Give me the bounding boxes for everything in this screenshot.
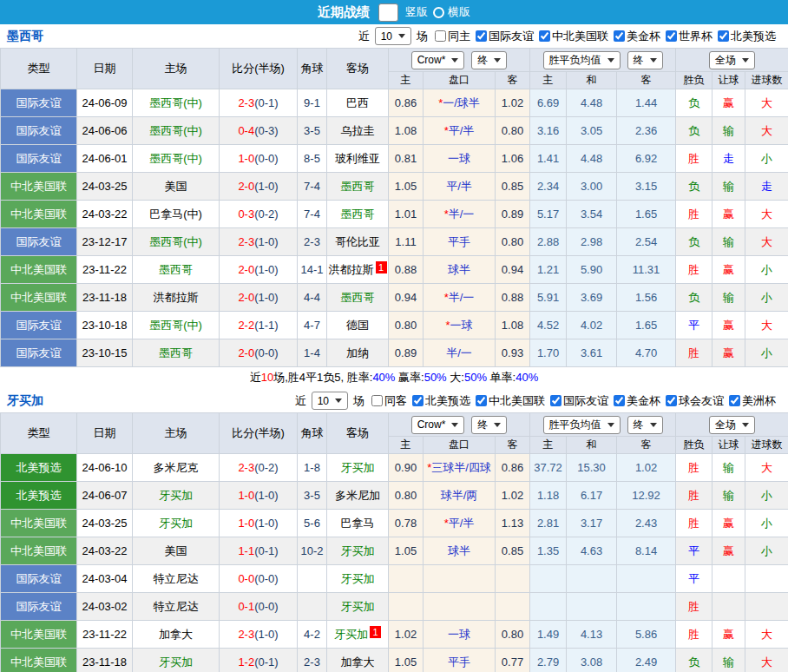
match-count-select[interactable]: 10 [375,27,411,45]
col-type: 类型 [1,413,77,454]
table-row: 国际友谊23-10-18墨西哥(中)2-2(1-1)4-7德国0.80*一球1.… [1,312,788,339]
corner-cell: 4-2 [298,621,327,649]
line-text: 球半 [448,544,470,557]
asian-line-cell: 平手 [424,649,496,672]
euro-away-odds: 12.92 [617,482,676,510]
euro-away-odds: 2.43 [617,510,676,537]
date-cell: 24-06-01 [77,145,133,173]
same-venue-checkbox[interactable] [435,30,446,42]
red-note-badge: 1 [370,626,381,638]
match-count-select[interactable]: 10 [312,392,348,410]
competition-checkbox[interactable] [614,395,625,406]
scope-select[interactable]: 全场 [709,416,755,434]
chevron-down-icon [451,423,458,427]
same-venue-checkbox[interactable] [371,395,383,406]
euro-stage-select[interactable]: 终 [627,416,663,434]
match-count-value: 10 [318,395,329,407]
result-winloss: 胜 [676,593,712,621]
table-row: 国际友谊23-12-17墨西哥(中)2-3(1-0)2-3哥伦比亚1.11平手0… [1,228,788,256]
type-cell: 中北美国联 [1,284,77,312]
euro-odds-select[interactable]: 胜平负均值 [543,51,621,69]
competition-checkbox[interactable] [476,30,487,42]
result-goals: 大 [745,454,788,482]
euro-home-odds: 1.70 [530,339,567,367]
table-row: 国际友谊24-06-01墨西哥(中)1-0(0-0)8-5玻利维亚0.81一球1… [1,145,788,173]
competition-checkbox[interactable] [412,395,424,406]
competition-checkbox[interactable] [550,395,561,406]
date-cell: 23-10-15 [77,339,133,367]
competition-checkbox[interactable] [666,30,677,42]
asian-home-odds: 1.05 [389,173,424,201]
euro-odds-value: 胜平负均值 [549,53,601,68]
team-name-text: 墨西哥 [341,180,375,193]
team-name-text: 墨西哥(中) [149,235,202,248]
table-row: 国际友谊24-06-09墨西哥(中)2-3(0-1)9-1巴西0.86*一/球半… [1,89,788,117]
result-goals: 小 [745,256,788,284]
near-label: 近 [295,393,306,409]
score-half: (1-0) [254,517,278,530]
scope-select[interactable]: 全场 [709,51,755,69]
competition-checkbox[interactable] [539,30,550,42]
competition-filter: 美洲杯 [724,393,776,409]
date-cell: 24-03-02 [77,593,133,621]
bookmaker-select[interactable]: Crow* [411,416,465,434]
asian-stage-select[interactable]: 终 [471,416,507,434]
home-cell: 特立尼达 [133,593,220,621]
result-handicap: 输 [712,482,745,510]
competition-checkbox[interactable] [476,395,487,406]
asian-away-odds: 0.80 [496,621,530,649]
col-euro-away: 客 [617,437,676,454]
euro-home-odds: 4.52 [530,312,567,339]
asian-home-odds: 1.11 [389,228,424,256]
score-half: (0-3) [254,124,278,137]
corner-cell [298,593,327,621]
result-goals: 小 [745,284,788,312]
col-asian-home: 主 [389,437,424,454]
line-text: 一球 [448,152,470,165]
score-main: 2-3 [238,235,254,248]
asian-stage-select[interactable]: 终 [471,51,507,69]
result-handicap: 输 [712,284,745,312]
col-winloss: 胜负 [676,437,712,454]
layout-option-horizontal[interactable]: 横版 [433,4,470,20]
euro-stage-select[interactable]: 终 [627,51,663,69]
team-name-text: 牙买加 [334,628,368,641]
team-name-text: 特立尼达 [154,600,199,613]
asian-home-odds: 0.88 [389,256,424,284]
team-name-text: 多米尼加 [335,489,380,502]
competition-checkbox[interactable] [718,30,729,42]
chevron-down-icon [607,423,614,427]
away-cell: 牙买加 [327,454,389,482]
score-half: (1-0) [254,235,278,248]
result-winloss: 胜 [676,145,712,173]
date-cell: 23-11-18 [77,284,133,312]
result-handicap: 走 [712,145,745,173]
asian-home-odds: 1.01 [389,201,424,228]
euro-draw-odds: 3.54 [567,201,617,228]
type-cell: 中北美国联 [1,256,77,284]
summary-part: 40% [372,371,395,384]
line-text: 球半/两 [441,489,478,502]
home-cell: 多米尼克 [133,454,220,482]
score-cell: 0-0(0-0) [220,565,298,593]
competition-checkbox[interactable] [666,395,677,406]
score-main: 1-2 [238,656,254,669]
chevron-down-icon [451,58,458,63]
euro-home-odds: 2.34 [530,173,567,201]
summary-part: 赢率: [395,371,424,384]
bookmaker-select[interactable]: Crow* [411,51,465,69]
layout-option-vertical[interactable]: 竖版 [375,3,428,22]
team-name: 墨西哥 [0,29,128,44]
competition-filter: 球会友谊 [660,393,724,409]
table-row: 中北美国联23-11-18牙买加1-2(0-1)2-3加拿大1.05平手0.77… [1,649,788,672]
euro-draw-odds: 4.48 [567,145,617,173]
competition-checkbox[interactable] [614,30,625,42]
euro-odds-select[interactable]: 胜平负均值 [543,416,621,434]
result-handicap: 输 [712,649,745,672]
away-cell: 哥伦比亚 [327,228,389,256]
result-handicap [712,565,745,593]
result-group: 全场 [676,49,788,72]
away-cell: 加拿大 [327,649,389,672]
home-cell: 墨西哥(中) [133,228,220,256]
competition-checkbox[interactable] [729,395,740,406]
